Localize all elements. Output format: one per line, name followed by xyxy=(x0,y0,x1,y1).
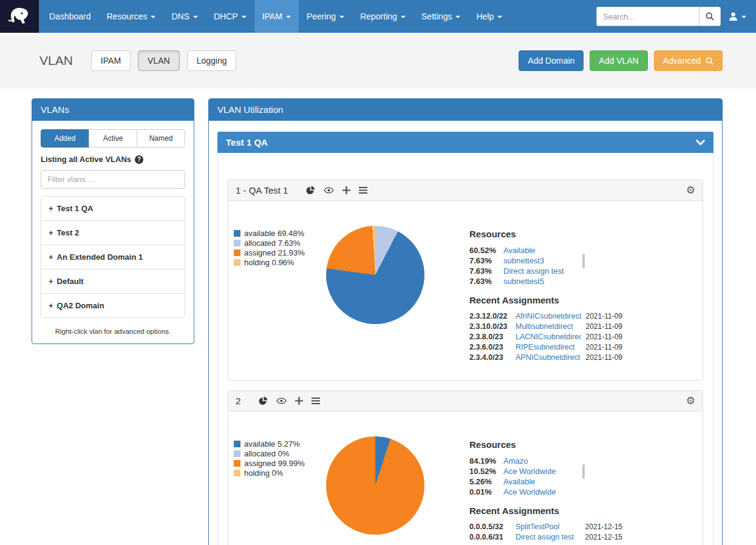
resource-link[interactable]: Available xyxy=(503,476,536,487)
view-switch: IPAM VLAN Logging xyxy=(91,50,237,71)
caret-down-icon xyxy=(401,16,406,18)
resource-row: 7.63%Direct assign test xyxy=(469,266,622,276)
view-button-ipam[interactable]: IPAM xyxy=(91,50,131,71)
view-button-vlan[interactable]: VLAN xyxy=(138,50,180,71)
eye-icon[interactable] xyxy=(276,398,287,404)
nav-label: DHCP xyxy=(214,12,238,21)
caret-down-icon xyxy=(455,16,460,18)
assignment-row: 0.0.0.5/32SplitTestPool2021-12-15 xyxy=(469,522,622,532)
nav-item-ipam[interactable]: IPAM xyxy=(254,0,299,33)
listing-label: Listing all Active VLANs ? xyxy=(41,155,185,164)
nav-item-settings[interactable]: Settings xyxy=(414,0,469,33)
resource-link[interactable]: subnettest3 xyxy=(503,256,544,266)
view-button-logging[interactable]: Logging xyxy=(187,50,237,71)
pie-legend: available 69.48% allocated 7.63% assigne… xyxy=(231,213,322,363)
expand-icon[interactable]: + xyxy=(49,252,53,262)
gear-icon[interactable]: ⚙ xyxy=(686,185,695,195)
resource-link[interactable]: Available xyxy=(503,245,536,256)
nav-item-help[interactable]: Help xyxy=(468,0,510,33)
assignment-cidr: 2.3.10.0/23 xyxy=(469,322,516,332)
add-domain-button[interactable]: Add Domain xyxy=(519,50,584,71)
nav-item-dashboard[interactable]: Dashboard xyxy=(41,0,99,33)
eye-icon[interactable] xyxy=(324,187,334,194)
assignment-resource-link[interactable]: AfriNICsubnetdirect xyxy=(516,311,581,322)
vlan-item-label: QA2 Domain xyxy=(57,301,104,310)
advanced-button[interactable]: Advanced xyxy=(654,50,723,71)
add-vlan-button[interactable]: Add VLAN xyxy=(590,50,647,71)
app-logo[interactable] xyxy=(0,0,39,33)
assignment-row: 2.3.6.0/23RIPEsubnetdirect2021-11-09 xyxy=(469,342,622,353)
resource-link[interactable]: Direct assign test xyxy=(503,266,564,276)
assignment-date: 2021-12-15 xyxy=(581,522,622,532)
resource-row: 7.63%subnettest5 xyxy=(469,276,622,286)
assignment-row: 2.3.4.0/23APNICsubnetdirect2021-11-09 xyxy=(469,353,622,363)
resource-link[interactable]: Ace Worldwide xyxy=(503,487,556,497)
vlan-list-item[interactable]: +Test 1 QA xyxy=(41,197,185,220)
resources-list: 60.52%Available 7.63%subnettest3 7.63%Di… xyxy=(469,245,622,286)
tab-added[interactable]: Added xyxy=(41,129,89,147)
assignment-resource-link[interactable]: RIPEsubnetdirect xyxy=(516,342,581,353)
help-icon[interactable]: ? xyxy=(135,155,143,164)
vlan-filter-input[interactable] xyxy=(41,170,185,189)
assignment-resource-link[interactable]: Multisubnetdirect xyxy=(516,322,581,332)
card-details: Resources 84.19%Amazo 10.52%Ace Worldwid… xyxy=(469,424,622,543)
vlan-list-item[interactable]: +Default xyxy=(41,269,185,293)
gear-icon[interactable]: ⚙ xyxy=(686,396,695,406)
vlan-list-item[interactable]: +An Extended Domain 1 xyxy=(41,245,185,269)
resource-row: 84.19%Amazo xyxy=(469,456,622,466)
legend-swatch xyxy=(234,450,240,457)
vlan-list-item[interactable]: +Test 2 xyxy=(41,220,185,245)
resource-link[interactable]: Amazo xyxy=(503,456,528,466)
recent-assignments-heading: Recent Assignments xyxy=(469,506,622,516)
vlan-card-body: available 5.27% allocated 0% assigned 99… xyxy=(228,411,703,545)
navbar-right xyxy=(596,0,756,33)
vlan-list-item[interactable]: +QA2 Domain xyxy=(41,293,185,317)
assignment-resource-link[interactable]: SplitTestPool xyxy=(516,522,581,532)
vlans-panel-body: Added Active Named Listing all Active VL… xyxy=(32,121,194,344)
nav-item-peering[interactable]: Peering xyxy=(299,0,352,33)
resource-percent: 84.19% xyxy=(469,456,503,466)
assignment-resource-link[interactable]: APNICsubnetdirect xyxy=(516,353,581,363)
tab-named[interactable]: Named xyxy=(137,129,185,147)
expand-icon[interactable]: + xyxy=(49,277,53,286)
assignment-date: 2021-11-09 xyxy=(581,322,622,332)
global-search xyxy=(596,7,721,26)
caret-down-icon xyxy=(286,16,291,18)
nav-item-reporting[interactable]: Reporting xyxy=(352,0,414,33)
nav-item-resources[interactable]: Resources xyxy=(99,0,164,33)
expand-icon[interactable]: + xyxy=(49,228,53,237)
resource-percent: 7.63% xyxy=(469,276,503,286)
assignment-cidr: 2.3.4.0/23 xyxy=(469,353,516,363)
nav-item-dhcp[interactable]: DHCP xyxy=(206,0,254,33)
resource-row: 0.01%Ace Worldwide xyxy=(469,487,622,497)
resources-scrollbar[interactable] xyxy=(582,254,585,268)
legend-swatch xyxy=(234,259,240,266)
legend-swatch xyxy=(234,441,240,447)
assignment-resource-link[interactable]: Direct assign test xyxy=(516,532,581,543)
search-button[interactable] xyxy=(699,7,721,26)
expand-icon[interactable]: + xyxy=(49,301,53,310)
menu-icon[interactable] xyxy=(312,398,320,404)
chevron-down-icon[interactable] xyxy=(696,140,705,146)
pie-chart-icon[interactable] xyxy=(259,396,268,405)
resource-row: 5.26%Available xyxy=(469,476,622,487)
nav-item-dns[interactable]: DNS xyxy=(163,0,206,33)
vlan-card: 1 - QA Test 1 xyxy=(228,180,703,381)
plus-icon[interactable] xyxy=(342,186,350,194)
assignment-resource-link[interactable]: LACNICsubnetdirect xyxy=(516,332,581,342)
menu-icon[interactable] xyxy=(359,187,367,194)
pie-chart-icon[interactable] xyxy=(306,186,315,195)
user-menu[interactable] xyxy=(728,12,746,21)
pie-legend: available 5.27% allocated 0% assigned 99… xyxy=(231,424,322,543)
resource-link[interactable]: subnettest5 xyxy=(503,276,544,286)
resource-link[interactable]: Ace Worldwide xyxy=(503,466,556,476)
resources-scrollbar[interactable] xyxy=(582,464,585,479)
expand-icon[interactable]: + xyxy=(49,204,53,213)
assignment-cidr: 0.0.0.6/31 xyxy=(469,532,516,543)
plus-icon[interactable] xyxy=(295,397,303,405)
tab-active[interactable]: Active xyxy=(89,129,137,147)
domain-section-header[interactable]: Test 1 QA xyxy=(217,132,713,153)
search-input[interactable] xyxy=(596,7,699,26)
assignment-date: 2021-12-15 xyxy=(581,532,622,543)
assignment-row: 2.3.12.0/22AfriNICsubnetdirect2021-11-09 xyxy=(469,311,622,322)
